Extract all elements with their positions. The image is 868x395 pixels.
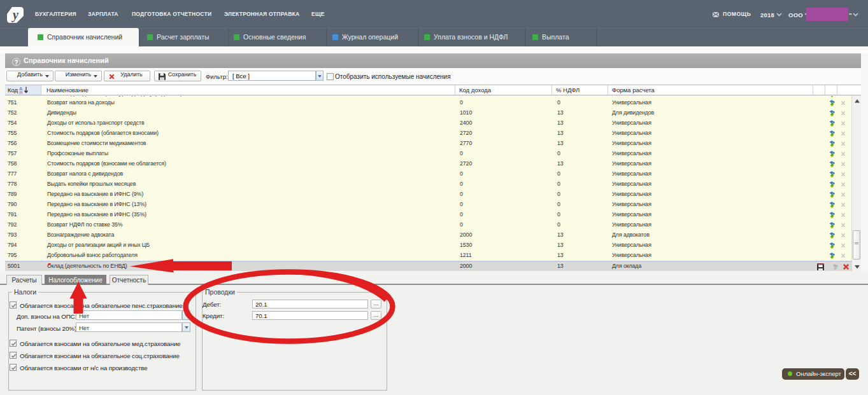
svg-text:Я: Я: [19, 90, 22, 94]
svg-text:у: у: [11, 8, 18, 22]
